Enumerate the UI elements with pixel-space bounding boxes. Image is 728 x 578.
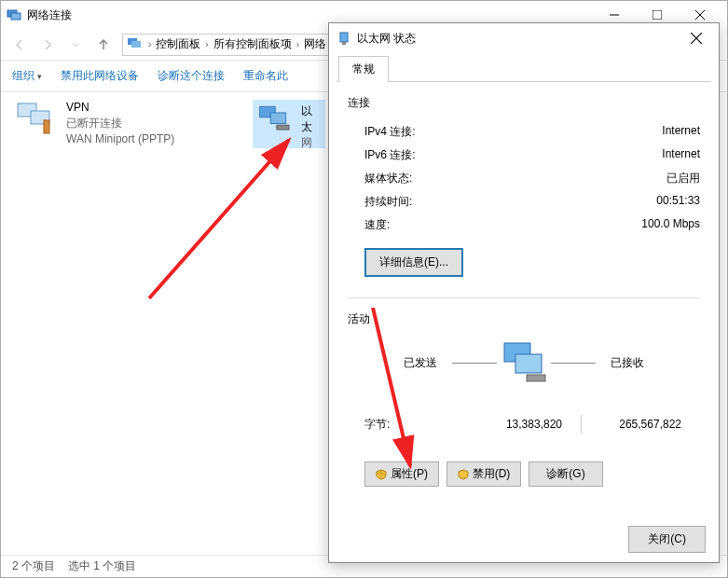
svg-rect-10 (44, 120, 49, 133)
disable-button[interactable]: 禁用(D) (446, 461, 521, 487)
duration-value: 00:51:33 (656, 194, 700, 210)
duration-label: 持续时间: (364, 194, 412, 210)
connection-status: 已断开连接 (66, 116, 174, 131)
sent-label: 已发送 (404, 355, 437, 371)
speed-label: 速度: (364, 217, 390, 233)
properties-label: 属性(P) (391, 466, 428, 482)
bytes-label: 字节: (364, 417, 390, 433)
connection-device: WAN Miniport (PPTP) (66, 131, 174, 147)
activity-section-label: 活动 (348, 311, 700, 327)
bytes-sent-value: 13,383,820 (469, 418, 562, 431)
media-label: 媒体状态: (364, 171, 412, 186)
received-label: 已接收 (611, 355, 644, 371)
dialog-tabs: 常规 (329, 53, 719, 81)
details-button[interactable]: 详细信息(E)... (364, 248, 463, 277)
crumb-network[interactable]: 网络 (302, 36, 328, 52)
connection-section-label: 连接 (348, 95, 700, 111)
ipv6-value: Internet (662, 147, 700, 163)
chevron-right-icon: › (205, 39, 208, 49)
rename-button[interactable]: 重命名此 (243, 68, 288, 84)
ipv6-label: IPv6 连接: (364, 147, 416, 163)
dialog-title: 以太网 状态 (357, 31, 681, 47)
back-button[interactable] (7, 34, 33, 56)
bytes-received-value: 265,567,822 (588, 418, 681, 431)
item-count: 2 个项目 (12, 558, 55, 574)
svg-rect-21 (527, 375, 545, 381)
ethernet-icon (258, 103, 294, 137)
organize-menu[interactable]: 组织 (12, 68, 42, 84)
chevron-right-icon: › (296, 39, 299, 49)
crumb-control-panel[interactable]: 控制面板 (154, 36, 202, 52)
properties-button[interactable]: 属性(P) (364, 461, 439, 487)
media-value: 已启用 (666, 171, 700, 186)
ethernet-icon (337, 31, 351, 46)
ipv4-value: Internet (662, 124, 700, 140)
svg-rect-7 (131, 41, 141, 48)
vpn-icon (16, 100, 59, 137)
svg-rect-20 (515, 354, 542, 373)
disable-label: 禁用(D) (473, 466, 511, 482)
line-icon (452, 363, 497, 364)
line-icon (551, 363, 596, 364)
speed-value: 100.0 Mbps (641, 217, 700, 233)
diagnose-label: 诊断(G) (546, 466, 584, 482)
crumb-all-items[interactable]: 所有控制面板项 (212, 36, 294, 52)
chevron-right-icon: › (148, 39, 151, 49)
connection-item-vpn[interactable]: VPN 已断开连接 WAN Miniport (PPTP) (16, 100, 174, 146)
svg-rect-12 (270, 113, 286, 124)
shield-icon (376, 469, 387, 480)
close-dialog-button[interactable]: 关闭(C) (628, 526, 706, 553)
divider (348, 297, 700, 298)
forward-button[interactable] (34, 34, 61, 56)
recent-dropdown[interactable] (62, 34, 89, 56)
separator (581, 415, 582, 434)
connection-status: 网络 (301, 135, 322, 148)
network-icon (127, 35, 142, 53)
svg-rect-16 (342, 42, 346, 45)
diagnose-button[interactable]: 诊断(G) (529, 461, 603, 487)
dialog-body: 连接 IPv4 连接:Internet IPv6 连接:Internet 媒体状… (329, 82, 719, 500)
up-button[interactable] (90, 34, 117, 56)
window-title: 网络连接 (27, 7, 593, 23)
svg-rect-3 (652, 10, 662, 20)
connection-item-ethernet[interactable]: 以太 网络 Rea (253, 100, 325, 148)
selection-count: 选中 1 个项目 (68, 558, 136, 574)
svg-rect-13 (277, 125, 289, 130)
connection-name: VPN (66, 100, 174, 116)
dialog-titlebar: 以太网 状态 (329, 23, 719, 53)
connection-name: 以太 (301, 103, 322, 135)
svg-rect-15 (340, 33, 348, 42)
network-icon (7, 7, 21, 22)
shield-icon (458, 469, 469, 480)
tab-general[interactable]: 常规 (338, 56, 389, 82)
ethernet-status-dialog: 以太网 状态 常规 连接 IPv4 连接:Internet IPv6 连接:In… (328, 22, 720, 563)
ipv4-label: IPv4 连接: (364, 124, 416, 140)
dialog-close-button[interactable] (681, 23, 711, 53)
activity-computers-icon (495, 339, 553, 386)
svg-rect-1 (11, 13, 21, 20)
diagnose-button[interactable]: 诊断这个连接 (158, 68, 225, 84)
disable-device-button[interactable]: 禁用此网络设备 (61, 68, 139, 84)
